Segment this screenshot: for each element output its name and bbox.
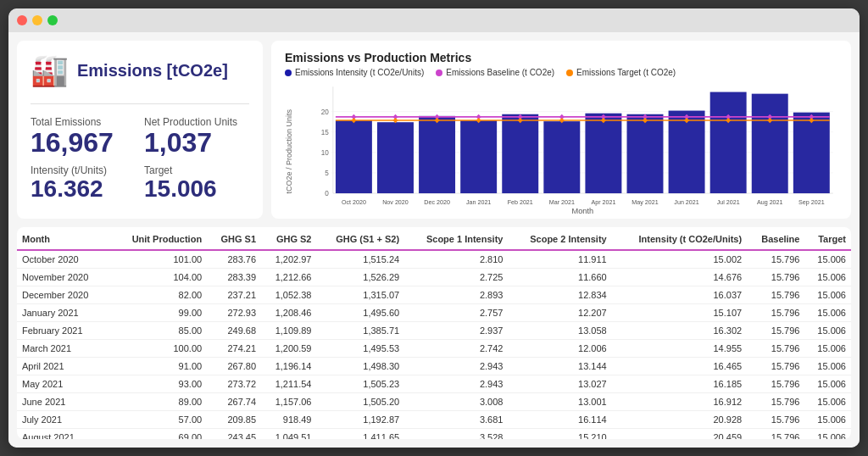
close-button[interactable] bbox=[17, 15, 27, 25]
svg-text:Sep 2021: Sep 2021 bbox=[798, 198, 825, 206]
table-cell-8-9: 15.006 bbox=[804, 393, 851, 411]
svg-text:Mar 2021: Mar 2021 bbox=[549, 198, 575, 206]
table-cell-2-3: 1,052.38 bbox=[261, 286, 316, 304]
table-cell-8-7: 16.912 bbox=[612, 393, 747, 411]
table-cell-1-5: 2.725 bbox=[404, 269, 508, 286]
total-emissions-label: Total Emissions bbox=[31, 116, 136, 128]
table-cell-7-4: 1,505.23 bbox=[316, 375, 404, 393]
chart-inner: 0 5 10 15 20 bbox=[300, 82, 837, 220]
table-cell-0-8: 15.796 bbox=[747, 250, 804, 269]
table-row: July 202157.00209.85918.491,192.873.6811… bbox=[17, 411, 851, 429]
table-cell-5-0: March 2021 bbox=[17, 340, 111, 358]
table-cell-6-6: 13.144 bbox=[508, 358, 611, 375]
svg-text:20: 20 bbox=[321, 108, 329, 116]
table-cell-7-7: 16.185 bbox=[612, 375, 747, 393]
chart-area: tCO2e / Production Units 0 5 bbox=[285, 82, 837, 220]
table-row: June 202189.00267.741,157.061,505.203.00… bbox=[17, 393, 851, 411]
col-ghg-s1: GHG S1 bbox=[207, 227, 261, 250]
table-cell-4-9: 15.006 bbox=[804, 322, 851, 340]
table-cell-8-5: 3.008 bbox=[404, 393, 508, 411]
table-header-row: Month Unit Production GHG S1 GHG S2 GHG … bbox=[17, 227, 851, 250]
table-cell-2-2: 237.21 bbox=[207, 286, 261, 304]
table-cell-6-0: April 2021 bbox=[17, 358, 111, 375]
table-cell-5-3: 1,200.59 bbox=[261, 340, 316, 358]
table-cell-7-5: 2.943 bbox=[404, 375, 508, 393]
table-cell-0-0: October 2020 bbox=[17, 250, 111, 269]
legend-baseline: Emissions Baseline (t CO2e) bbox=[436, 68, 554, 77]
table-cell-3-5: 2.757 bbox=[404, 304, 508, 322]
table-cell-5-7: 14.955 bbox=[612, 340, 747, 358]
table-cell-5-9: 15.006 bbox=[804, 340, 851, 358]
data-table-section[interactable]: Month Unit Production GHG S1 GHG S2 GHG … bbox=[17, 227, 851, 439]
table-cell-9-3: 918.49 bbox=[261, 411, 316, 429]
table-cell-5-1: 100.00 bbox=[111, 340, 207, 358]
total-emissions-value: 16,967 bbox=[31, 128, 136, 158]
table-cell-8-0: June 2021 bbox=[17, 393, 111, 411]
table-cell-5-4: 1,495.53 bbox=[316, 340, 404, 358]
table-cell-1-3: 1,212.66 bbox=[261, 269, 316, 286]
minimize-button[interactable] bbox=[32, 15, 42, 25]
table-cell-3-9: 15.006 bbox=[804, 304, 851, 322]
table-cell-8-4: 1,505.20 bbox=[316, 393, 404, 411]
bar-feb2021 bbox=[502, 114, 538, 193]
table-cell-6-2: 267.80 bbox=[207, 358, 261, 375]
col-ghg-s1s2: GHG (S1 + S2) bbox=[316, 227, 404, 250]
table-cell-6-4: 1,498.30 bbox=[316, 358, 404, 375]
net-production-section: Net Production Units 1,037 bbox=[144, 111, 249, 158]
table-cell-2-1: 82.00 bbox=[111, 286, 207, 304]
table-cell-7-2: 273.72 bbox=[207, 375, 261, 393]
table-cell-9-2: 209.85 bbox=[207, 411, 261, 429]
table-cell-0-6: 11.911 bbox=[508, 250, 611, 269]
table-cell-4-7: 16.302 bbox=[612, 322, 747, 340]
table-cell-2-7: 16.037 bbox=[612, 286, 747, 304]
table-cell-7-6: 13.027 bbox=[508, 375, 611, 393]
net-production-value: 1,037 bbox=[144, 128, 249, 158]
table-cell-1-2: 283.39 bbox=[207, 269, 261, 286]
table-cell-6-1: 91.00 bbox=[111, 358, 207, 375]
table-cell-1-0: November 2020 bbox=[17, 269, 111, 286]
table-cell-0-1: 101.00 bbox=[111, 250, 207, 269]
emissions-table: Month Unit Production GHG S1 GHG S2 GHG … bbox=[17, 227, 851, 439]
table-row: August 202169.00243.451,049.511,411.653.… bbox=[17, 429, 851, 440]
table-cell-10-4: 1,411.65 bbox=[316, 429, 404, 440]
table-cell-0-9: 15.006 bbox=[804, 250, 851, 269]
table-cell-8-6: 13.001 bbox=[508, 393, 611, 411]
bar-apr2021 bbox=[585, 114, 621, 193]
left-panel: 🏭 Emissions [tCO2e] Total Emissions 16,9… bbox=[17, 41, 263, 219]
maximize-button[interactable] bbox=[47, 15, 58, 25]
legend-intensity-dot bbox=[285, 70, 292, 76]
table-row: January 202199.00272.931,208.461,495.602… bbox=[17, 304, 851, 322]
table-row: April 202191.00267.801,196.141,498.302.9… bbox=[17, 358, 851, 375]
svg-text:5: 5 bbox=[325, 170, 329, 177]
target-label: Target bbox=[144, 164, 249, 176]
svg-text:Nov 2020: Nov 2020 bbox=[382, 198, 409, 206]
col-scope2-intensity: Scope 2 Intensity bbox=[508, 227, 611, 250]
table-cell-3-7: 15.107 bbox=[612, 304, 747, 322]
col-target: Target bbox=[804, 227, 851, 250]
table-cell-1-8: 15.796 bbox=[747, 269, 804, 286]
table-cell-8-1: 89.00 bbox=[111, 393, 207, 411]
bar-aug2021 bbox=[752, 94, 788, 193]
table-cell-5-6: 12.006 bbox=[508, 340, 611, 358]
table-cell-6-8: 15.796 bbox=[747, 358, 804, 375]
content-area: 🏭 Emissions [tCO2e] Total Emissions 16,9… bbox=[8, 32, 860, 448]
table-cell-10-3: 1,049.51 bbox=[261, 429, 316, 440]
table-cell-5-5: 2.742 bbox=[404, 340, 508, 358]
table-cell-5-8: 15.796 bbox=[747, 340, 804, 358]
top-section: 🏭 Emissions [tCO2e] Total Emissions 16,9… bbox=[8, 32, 860, 227]
svg-text:0: 0 bbox=[325, 190, 329, 197]
table-cell-6-9: 15.006 bbox=[804, 358, 851, 375]
table-cell-9-7: 20.928 bbox=[612, 411, 747, 429]
col-unit-production: Unit Production bbox=[111, 227, 207, 250]
table-row: October 2020101.00283.761,202.971,515.24… bbox=[17, 250, 851, 269]
col-intensity: Intensity (t CO2e/Units) bbox=[612, 227, 747, 250]
x-axis-label: Month bbox=[572, 207, 594, 215]
table-cell-1-6: 11.660 bbox=[508, 269, 611, 286]
y-axis-label: tCO2e / Production Units bbox=[285, 82, 300, 220]
intensity-label: Intensity (t/Units) bbox=[31, 164, 136, 176]
legend-baseline-dot bbox=[436, 70, 442, 76]
table-cell-9-5: 3.681 bbox=[404, 411, 508, 429]
legend-target-label: Emissions Target (t CO2e) bbox=[576, 68, 676, 77]
legend-target-dot bbox=[566, 70, 573, 76]
table-cell-3-4: 1,495.60 bbox=[316, 304, 404, 322]
